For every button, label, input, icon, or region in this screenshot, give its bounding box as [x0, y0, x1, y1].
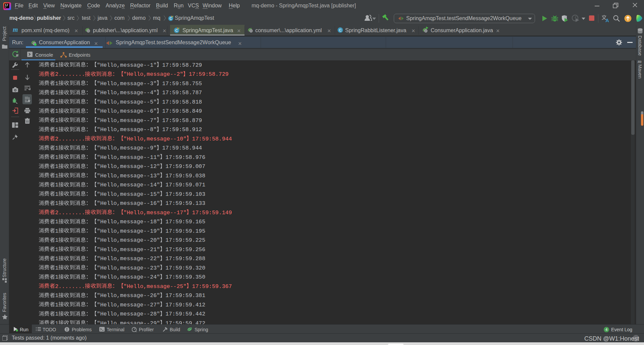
svg-text:4: 4 — [605, 328, 607, 332]
svg-text:m: m — [13, 27, 18, 33]
svg-text:C: C — [169, 17, 172, 20]
svg-text:A: A — [605, 17, 609, 23]
svg-text:C: C — [175, 28, 178, 33]
svg-text:C: C — [339, 28, 342, 32]
svg-text:m: m — [638, 59, 642, 64]
